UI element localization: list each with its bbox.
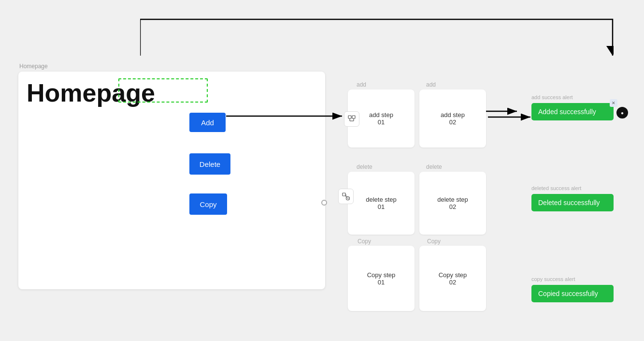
delete-step-2-num: 02 (449, 203, 456, 210)
add-alert-user-avatar: ● (616, 107, 628, 119)
delete-section-label-1: delete (357, 163, 372, 170)
delete-success-alert[interactable]: Deleted successfully (531, 194, 614, 211)
delete-step-1-label: delete step (366, 196, 397, 203)
add-section-label-1: add (357, 81, 366, 88)
connector-delete-icon (338, 189, 354, 204)
add-success-alert[interactable]: Added successfully (531, 103, 614, 120)
copy-section-label-1: Copy (358, 238, 371, 245)
delete-button[interactable]: Delete (189, 153, 230, 175)
delete-section-label-2: delete (426, 163, 442, 170)
delete-connector-dot (321, 200, 327, 206)
add-section-label-2: add (426, 81, 436, 88)
delete-step-1-num: 01 (378, 203, 385, 210)
copy-step-1-label: Copy step (367, 271, 396, 279)
top-connector-arrow (140, 10, 614, 58)
copy-step-2-label: Copy step (439, 271, 467, 279)
delete-alert-section: deleted success alert Deleted successful… (531, 185, 614, 213)
add-alert-wrapper: Added successfully ✕ ● (531, 103, 614, 122)
copy-step-2-card: Copy step 02 (419, 246, 486, 311)
delete-alert-label: deleted success alert (531, 185, 614, 191)
dashed-selection-box (118, 78, 208, 103)
copy-step-1-num: 01 (378, 279, 385, 286)
add-alert-label: add success alert (531, 94, 614, 100)
copy-section-label-2: Copy (427, 238, 441, 245)
svg-marker-0 (606, 46, 614, 56)
add-alert-section: add success alert Added successfully ✕ ● (531, 94, 614, 122)
add-step-2-label: add step (441, 111, 465, 119)
add-step-2-num: 02 (449, 119, 456, 126)
copy-step-2-num: 02 (449, 279, 456, 286)
delete-step-2-label: delete step (437, 196, 468, 203)
copy-step-1-card: Copy step 01 (348, 246, 415, 311)
copy-button[interactable]: Copy (189, 193, 227, 215)
copy-alert-label: copy success alert (531, 276, 614, 282)
svg-rect-6 (352, 116, 355, 119)
add-to-alert-arrow (488, 110, 536, 125)
add-step-2-card: add step 02 (419, 89, 486, 148)
breadcrumb: Homepage (19, 63, 48, 70)
copy-success-alert[interactable]: Copied successfully (531, 285, 614, 302)
delete-alert-wrapper: Deleted successfully (531, 194, 614, 213)
add-step-1-label: add step (369, 111, 393, 119)
alerts-panel: add success alert Added successfully ✕ ●… (531, 94, 614, 314)
connector-add-icon (344, 111, 359, 127)
svg-rect-5 (348, 116, 351, 119)
delete-step-1-card: delete step 01 (348, 172, 415, 235)
delete-step-2-card: delete step 02 (419, 172, 486, 235)
svg-rect-10 (343, 193, 345, 196)
copy-alert-wrapper: Copied successfully (531, 285, 614, 304)
add-button[interactable]: Add (189, 113, 226, 132)
add-alert-close-box[interactable]: ✕ (610, 99, 617, 107)
copy-alert-section: copy success alert Copied successfully (531, 276, 614, 304)
add-step-1-num: 01 (378, 119, 385, 126)
